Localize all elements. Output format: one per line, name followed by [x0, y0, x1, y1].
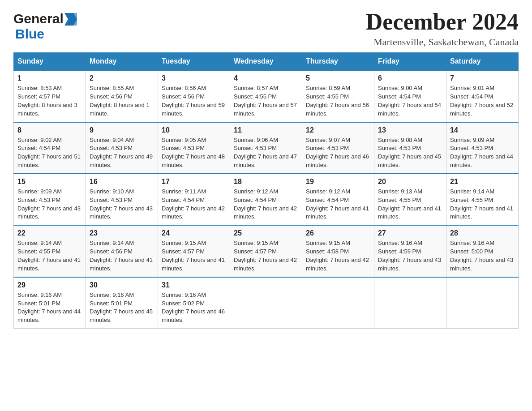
calendar-cell: 21Sunrise: 9:14 AMSunset: 4:55 PMDayligh… [446, 174, 519, 225]
day-info: Sunrise: 9:16 AMSunset: 5:00 PMDaylight:… [450, 239, 515, 273]
day-number: 28 [450, 229, 515, 237]
day-info: Sunrise: 9:14 AMSunset: 4:56 PMDaylight:… [90, 239, 154, 273]
day-number: 20 [378, 178, 442, 186]
calendar-cell: 5Sunrise: 8:59 AMSunset: 4:55 PMDaylight… [302, 70, 374, 122]
calendar-cell: 12Sunrise: 9:07 AMSunset: 4:53 PMDayligh… [302, 122, 374, 174]
calendar-cell: 1Sunrise: 8:53 AMSunset: 4:57 PMDaylight… [14, 70, 86, 122]
calendar-cell: 8Sunrise: 9:02 AMSunset: 4:54 PMDaylight… [14, 122, 86, 174]
calendar-cell: 14Sunrise: 9:09 AMSunset: 4:53 PMDayligh… [446, 122, 519, 174]
logo-general-text: General [13, 11, 64, 26]
calendar-cell: 15Sunrise: 9:09 AMSunset: 4:53 PMDayligh… [14, 174, 86, 225]
day-info: Sunrise: 9:09 AMSunset: 4:53 PMDaylight:… [450, 136, 515, 170]
page-header: General Blue December 2024 Martensville,… [13, 9, 519, 48]
day-info: Sunrise: 9:05 AMSunset: 4:53 PMDaylight:… [162, 136, 226, 170]
day-info: Sunrise: 9:12 AMSunset: 4:54 PMDaylight:… [234, 188, 298, 221]
day-info: Sunrise: 9:16 AMSunset: 5:02 PMDaylight:… [162, 291, 226, 325]
day-number: 13 [378, 126, 442, 134]
location-subtitle: Martensville, Saskatchewan, Canada [366, 36, 519, 48]
day-info: Sunrise: 9:14 AMSunset: 4:55 PMDaylight:… [450, 188, 515, 221]
calendar-cell [230, 277, 302, 329]
day-info: Sunrise: 8:57 AMSunset: 4:55 PMDaylight:… [234, 84, 298, 118]
day-number: 27 [378, 229, 442, 237]
title-section: December 2024 Martensville, Saskatchewan… [366, 9, 519, 48]
day-number: 6 [378, 74, 442, 82]
day-info: Sunrise: 9:16 AMSunset: 4:59 PMDaylight:… [378, 239, 442, 273]
day-number: 21 [450, 178, 515, 186]
day-info: Sunrise: 9:06 AMSunset: 4:53 PMDaylight:… [234, 136, 298, 170]
day-info: Sunrise: 9:07 AMSunset: 4:53 PMDaylight:… [306, 136, 370, 170]
calendar-cell: 17Sunrise: 9:11 AMSunset: 4:54 PMDayligh… [158, 174, 230, 225]
day-info: Sunrise: 8:56 AMSunset: 4:56 PMDaylight:… [162, 84, 226, 118]
day-info: Sunrise: 9:09 AMSunset: 4:53 PMDaylight:… [17, 188, 82, 221]
day-number: 8 [17, 126, 82, 134]
calendar-cell: 4Sunrise: 8:57 AMSunset: 4:55 PMDaylight… [230, 70, 302, 122]
day-number: 1 [17, 74, 82, 82]
day-number: 10 [162, 126, 226, 134]
day-info: Sunrise: 9:15 AMSunset: 4:57 PMDaylight:… [162, 239, 226, 273]
calendar-cell [446, 277, 519, 329]
day-info: Sunrise: 9:08 AMSunset: 4:53 PMDaylight:… [378, 136, 442, 170]
day-info: Sunrise: 9:01 AMSunset: 4:54 PMDaylight:… [450, 84, 515, 118]
calendar-cell: 19Sunrise: 9:12 AMSunset: 4:54 PMDayligh… [302, 174, 374, 225]
day-number: 17 [162, 178, 226, 186]
calendar-cell: 26Sunrise: 9:15 AMSunset: 4:58 PMDayligh… [302, 225, 374, 277]
day-number: 30 [90, 281, 154, 289]
calendar-cell: 24Sunrise: 9:15 AMSunset: 4:57 PMDayligh… [158, 225, 230, 277]
calendar-cell: 2Sunrise: 8:55 AMSunset: 4:56 PMDaylight… [86, 70, 158, 122]
calendar-week-row-1: 1Sunrise: 8:53 AMSunset: 4:57 PMDaylight… [14, 70, 519, 122]
day-info: Sunrise: 9:15 AMSunset: 4:57 PMDaylight:… [234, 239, 298, 273]
day-number: 22 [17, 229, 82, 237]
calendar-cell: 3Sunrise: 8:56 AMSunset: 4:56 PMDaylight… [158, 70, 230, 122]
day-number: 14 [450, 126, 515, 134]
day-number: 5 [306, 74, 370, 82]
day-number: 18 [234, 178, 298, 186]
day-number: 25 [234, 229, 298, 237]
calendar-cell: 16Sunrise: 9:10 AMSunset: 4:53 PMDayligh… [86, 174, 158, 225]
day-number: 9 [90, 126, 154, 134]
calendar-week-row-3: 15Sunrise: 9:09 AMSunset: 4:53 PMDayligh… [14, 174, 519, 225]
day-info: Sunrise: 9:13 AMSunset: 4:55 PMDaylight:… [378, 188, 442, 221]
month-title: December 2024 [366, 9, 519, 34]
day-number: 26 [306, 229, 370, 237]
calendar-header-row: SundayMondayTuesdayWednesdayThursdayFrid… [14, 53, 519, 71]
day-number: 4 [234, 74, 298, 82]
day-number: 15 [17, 178, 82, 186]
calendar-cell: 11Sunrise: 9:06 AMSunset: 4:53 PMDayligh… [230, 122, 302, 174]
day-number: 12 [306, 126, 370, 134]
day-number: 29 [17, 281, 82, 289]
calendar-day-header-friday: Friday [374, 53, 446, 71]
calendar-cell: 30Sunrise: 9:16 AMSunset: 5:01 PMDayligh… [86, 277, 158, 329]
calendar-cell: 28Sunrise: 9:16 AMSunset: 5:00 PMDayligh… [446, 225, 519, 277]
day-number: 11 [234, 126, 298, 134]
calendar-day-header-saturday: Saturday [446, 53, 519, 71]
day-number: 3 [162, 74, 226, 82]
calendar-cell: 7Sunrise: 9:01 AMSunset: 4:54 PMDaylight… [446, 70, 519, 122]
calendar-cell: 27Sunrise: 9:16 AMSunset: 4:59 PMDayligh… [374, 225, 446, 277]
calendar-cell: 22Sunrise: 9:14 AMSunset: 4:55 PMDayligh… [14, 225, 86, 277]
day-info: Sunrise: 9:10 AMSunset: 4:53 PMDaylight:… [90, 188, 154, 221]
day-info: Sunrise: 9:16 AMSunset: 5:01 PMDaylight:… [17, 291, 82, 325]
calendar-cell: 29Sunrise: 9:16 AMSunset: 5:01 PMDayligh… [14, 277, 86, 329]
day-number: 24 [162, 229, 226, 237]
day-info: Sunrise: 9:12 AMSunset: 4:54 PMDaylight:… [306, 188, 370, 221]
calendar-cell: 23Sunrise: 9:14 AMSunset: 4:56 PMDayligh… [86, 225, 158, 277]
calendar-cell: 10Sunrise: 9:05 AMSunset: 4:53 PMDayligh… [158, 122, 230, 174]
day-info: Sunrise: 9:14 AMSunset: 4:55 PMDaylight:… [17, 239, 82, 273]
day-number: 16 [90, 178, 154, 186]
logo: General Blue [13, 9, 77, 42]
logo-blue-text: Blue [15, 26, 44, 42]
day-number: 23 [90, 229, 154, 237]
calendar-day-header-tuesday: Tuesday [158, 53, 230, 71]
day-number: 2 [90, 74, 154, 82]
calendar-cell: 31Sunrise: 9:16 AMSunset: 5:02 PMDayligh… [158, 277, 230, 329]
day-info: Sunrise: 8:53 AMSunset: 4:57 PMDaylight:… [17, 84, 82, 118]
calendar-day-header-thursday: Thursday [302, 53, 374, 71]
calendar-cell: 20Sunrise: 9:13 AMSunset: 4:55 PMDayligh… [374, 174, 446, 225]
day-info: Sunrise: 9:04 AMSunset: 4:53 PMDaylight:… [90, 136, 154, 170]
calendar-cell: 18Sunrise: 9:12 AMSunset: 4:54 PMDayligh… [230, 174, 302, 225]
day-number: 31 [162, 281, 226, 289]
day-info: Sunrise: 9:00 AMSunset: 4:54 PMDaylight:… [378, 84, 442, 118]
calendar-cell: 25Sunrise: 9:15 AMSunset: 4:57 PMDayligh… [230, 225, 302, 277]
calendar-week-row-4: 22Sunrise: 9:14 AMSunset: 4:55 PMDayligh… [14, 225, 519, 277]
day-number: 7 [450, 74, 515, 82]
